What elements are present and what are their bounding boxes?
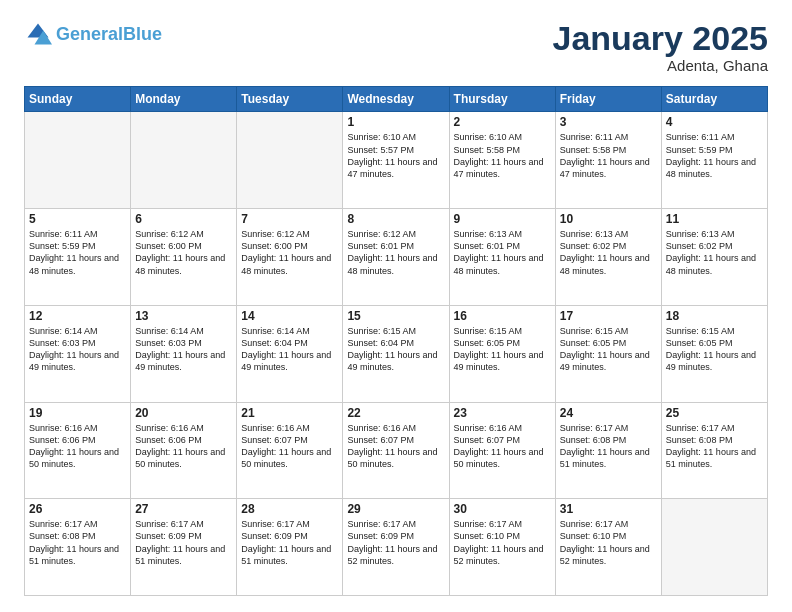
calendar-cell: 6Sunrise: 6:12 AMSunset: 6:00 PMDaylight… (131, 209, 237, 306)
cell-info: Sunrise: 6:16 AMSunset: 6:07 PMDaylight:… (347, 422, 444, 471)
day-number: 5 (29, 212, 126, 226)
header: GeneralBlue January 2025 Adenta, Ghana (24, 20, 768, 74)
weekday-header: Thursday (449, 87, 555, 112)
day-number: 29 (347, 502, 444, 516)
calendar-week-row: 12Sunrise: 6:14 AMSunset: 6:03 PMDayligh… (25, 305, 768, 402)
cell-info: Sunrise: 6:14 AMSunset: 6:04 PMDaylight:… (241, 325, 338, 374)
cell-info: Sunrise: 6:14 AMSunset: 6:03 PMDaylight:… (135, 325, 232, 374)
day-number: 2 (454, 115, 551, 129)
calendar-cell: 9Sunrise: 6:13 AMSunset: 6:01 PMDaylight… (449, 209, 555, 306)
day-number: 6 (135, 212, 232, 226)
calendar-cell: 22Sunrise: 6:16 AMSunset: 6:07 PMDayligh… (343, 402, 449, 499)
cell-info: Sunrise: 6:13 AMSunset: 6:01 PMDaylight:… (454, 228, 551, 277)
calendar-cell: 19Sunrise: 6:16 AMSunset: 6:06 PMDayligh… (25, 402, 131, 499)
weekday-header: Friday (555, 87, 661, 112)
cell-info: Sunrise: 6:15 AMSunset: 6:05 PMDaylight:… (454, 325, 551, 374)
calendar-cell: 31Sunrise: 6:17 AMSunset: 6:10 PMDayligh… (555, 499, 661, 596)
calendar-cell: 2Sunrise: 6:10 AMSunset: 5:58 PMDaylight… (449, 112, 555, 209)
calendar-cell: 25Sunrise: 6:17 AMSunset: 6:08 PMDayligh… (661, 402, 767, 499)
calendar-week-row: 5Sunrise: 6:11 AMSunset: 5:59 PMDaylight… (25, 209, 768, 306)
location: Adenta, Ghana (553, 57, 769, 74)
day-number: 22 (347, 406, 444, 420)
day-number: 23 (454, 406, 551, 420)
cell-info: Sunrise: 6:13 AMSunset: 6:02 PMDaylight:… (560, 228, 657, 277)
cell-info: Sunrise: 6:11 AMSunset: 5:59 PMDaylight:… (29, 228, 126, 277)
logo-icon (24, 20, 52, 48)
cell-info: Sunrise: 6:12 AMSunset: 6:01 PMDaylight:… (347, 228, 444, 277)
calendar-cell: 28Sunrise: 6:17 AMSunset: 6:09 PMDayligh… (237, 499, 343, 596)
cell-info: Sunrise: 6:16 AMSunset: 6:06 PMDaylight:… (29, 422, 126, 471)
calendar-cell: 29Sunrise: 6:17 AMSunset: 6:09 PMDayligh… (343, 499, 449, 596)
cell-info: Sunrise: 6:17 AMSunset: 6:08 PMDaylight:… (560, 422, 657, 471)
day-number: 14 (241, 309, 338, 323)
cell-info: Sunrise: 6:16 AMSunset: 6:07 PMDaylight:… (241, 422, 338, 471)
calendar-cell: 14Sunrise: 6:14 AMSunset: 6:04 PMDayligh… (237, 305, 343, 402)
calendar-week-row: 19Sunrise: 6:16 AMSunset: 6:06 PMDayligh… (25, 402, 768, 499)
weekday-header: Monday (131, 87, 237, 112)
logo-text: GeneralBlue (56, 25, 162, 43)
cell-info: Sunrise: 6:15 AMSunset: 6:04 PMDaylight:… (347, 325, 444, 374)
day-number: 15 (347, 309, 444, 323)
day-number: 10 (560, 212, 657, 226)
cell-info: Sunrise: 6:11 AMSunset: 5:59 PMDaylight:… (666, 131, 763, 180)
day-number: 21 (241, 406, 338, 420)
calendar-cell: 3Sunrise: 6:11 AMSunset: 5:58 PMDaylight… (555, 112, 661, 209)
calendar-cell: 24Sunrise: 6:17 AMSunset: 6:08 PMDayligh… (555, 402, 661, 499)
calendar-cell: 30Sunrise: 6:17 AMSunset: 6:10 PMDayligh… (449, 499, 555, 596)
cell-info: Sunrise: 6:12 AMSunset: 6:00 PMDaylight:… (241, 228, 338, 277)
title-block: January 2025 Adenta, Ghana (553, 20, 769, 74)
cell-info: Sunrise: 6:10 AMSunset: 5:58 PMDaylight:… (454, 131, 551, 180)
cell-info: Sunrise: 6:15 AMSunset: 6:05 PMDaylight:… (666, 325, 763, 374)
calendar-cell (661, 499, 767, 596)
calendar-cell: 8Sunrise: 6:12 AMSunset: 6:01 PMDaylight… (343, 209, 449, 306)
day-number: 20 (135, 406, 232, 420)
day-number: 1 (347, 115, 444, 129)
cell-info: Sunrise: 6:16 AMSunset: 6:06 PMDaylight:… (135, 422, 232, 471)
day-number: 17 (560, 309, 657, 323)
day-number: 4 (666, 115, 763, 129)
calendar-week-row: 1Sunrise: 6:10 AMSunset: 5:57 PMDaylight… (25, 112, 768, 209)
cell-info: Sunrise: 6:17 AMSunset: 6:10 PMDaylight:… (454, 518, 551, 567)
day-number: 11 (666, 212, 763, 226)
calendar-cell: 23Sunrise: 6:16 AMSunset: 6:07 PMDayligh… (449, 402, 555, 499)
cell-info: Sunrise: 6:17 AMSunset: 6:08 PMDaylight:… (666, 422, 763, 471)
cell-info: Sunrise: 6:15 AMSunset: 6:05 PMDaylight:… (560, 325, 657, 374)
cell-info: Sunrise: 6:10 AMSunset: 5:57 PMDaylight:… (347, 131, 444, 180)
calendar-cell: 27Sunrise: 6:17 AMSunset: 6:09 PMDayligh… (131, 499, 237, 596)
day-number: 24 (560, 406, 657, 420)
calendar-cell: 20Sunrise: 6:16 AMSunset: 6:06 PMDayligh… (131, 402, 237, 499)
weekday-header: Tuesday (237, 87, 343, 112)
calendar-cell: 16Sunrise: 6:15 AMSunset: 6:05 PMDayligh… (449, 305, 555, 402)
weekday-header: Sunday (25, 87, 131, 112)
calendar-cell: 12Sunrise: 6:14 AMSunset: 6:03 PMDayligh… (25, 305, 131, 402)
cell-info: Sunrise: 6:17 AMSunset: 6:08 PMDaylight:… (29, 518, 126, 567)
calendar-cell: 13Sunrise: 6:14 AMSunset: 6:03 PMDayligh… (131, 305, 237, 402)
day-number: 26 (29, 502, 126, 516)
day-number: 9 (454, 212, 551, 226)
calendar-cell: 10Sunrise: 6:13 AMSunset: 6:02 PMDayligh… (555, 209, 661, 306)
cell-info: Sunrise: 6:16 AMSunset: 6:07 PMDaylight:… (454, 422, 551, 471)
day-number: 30 (454, 502, 551, 516)
calendar-header-row: SundayMondayTuesdayWednesdayThursdayFrid… (25, 87, 768, 112)
day-number: 12 (29, 309, 126, 323)
day-number: 18 (666, 309, 763, 323)
day-number: 28 (241, 502, 338, 516)
calendar-cell: 1Sunrise: 6:10 AMSunset: 5:57 PMDaylight… (343, 112, 449, 209)
calendar-cell: 11Sunrise: 6:13 AMSunset: 6:02 PMDayligh… (661, 209, 767, 306)
logo-blue: Blue (123, 24, 162, 44)
day-number: 13 (135, 309, 232, 323)
cell-info: Sunrise: 6:17 AMSunset: 6:10 PMDaylight:… (560, 518, 657, 567)
day-number: 16 (454, 309, 551, 323)
weekday-header: Wednesday (343, 87, 449, 112)
cell-info: Sunrise: 6:12 AMSunset: 6:00 PMDaylight:… (135, 228, 232, 277)
calendar-cell (237, 112, 343, 209)
calendar-cell: 5Sunrise: 6:11 AMSunset: 5:59 PMDaylight… (25, 209, 131, 306)
cell-info: Sunrise: 6:17 AMSunset: 6:09 PMDaylight:… (347, 518, 444, 567)
day-number: 25 (666, 406, 763, 420)
calendar-cell: 18Sunrise: 6:15 AMSunset: 6:05 PMDayligh… (661, 305, 767, 402)
cell-info: Sunrise: 6:17 AMSunset: 6:09 PMDaylight:… (241, 518, 338, 567)
calendar-cell: 26Sunrise: 6:17 AMSunset: 6:08 PMDayligh… (25, 499, 131, 596)
calendar-cell (25, 112, 131, 209)
calendar-cell (131, 112, 237, 209)
calendar-cell: 7Sunrise: 6:12 AMSunset: 6:00 PMDaylight… (237, 209, 343, 306)
